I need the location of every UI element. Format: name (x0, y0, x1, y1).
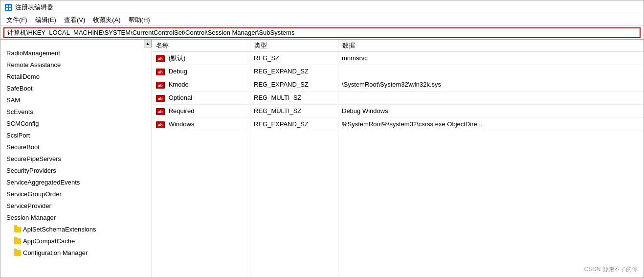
menu-edit[interactable]: 编辑(E) (31, 15, 60, 25)
tree-item-scsi-port[interactable]: ScsiPort (0, 130, 144, 141)
tree-item-app-compat-cache[interactable]: AppCompatCache (0, 235, 144, 247)
menu-file[interactable]: 文件(F) (2, 15, 31, 25)
svg-rect-4 (9, 8, 11, 10)
reg-type: REG_MULTI_SZ (250, 92, 338, 105)
reg-type: REG_EXPAND_SZ (250, 65, 338, 78)
tree-item-service-provider[interactable]: ServiceProvider (0, 200, 144, 212)
tree-item-configuration-manager[interactable]: Configuration Manager (0, 247, 144, 259)
reg-name: ab Required (152, 105, 250, 118)
reg-data (338, 92, 644, 105)
reg-name: ab Debug (152, 65, 250, 78)
address-input[interactable]: 计算机\HKEY_LOCAL_MACHINE\SYSTEM\CurrentCon… (3, 27, 641, 38)
reg-type: REG_MULTI_SZ (250, 105, 338, 118)
title-bar: 注册表编辑器 (0, 0, 644, 14)
regedit-window: 注册表编辑器 文件(F) 编辑(E) 查看(V) 收藏夹(A) 帮助(H) 计算… (0, 0, 644, 278)
table-row[interactable]: ab Required REG_MULTI_SZ Debug Windows (152, 105, 644, 118)
address-bar: 计算机\HKEY_LOCAL_MACHINE\SYSTEM\CurrentCon… (0, 26, 644, 40)
registry-table: 名称 类型 数据 ab (默认) REG_SZ mnmsrvc (152, 40, 644, 131)
table-row[interactable]: ab Kmode REG_EXPAND_SZ \SystemRoot\Syste… (152, 78, 644, 92)
col-header-name[interactable]: 名称 (152, 40, 250, 52)
reg-data (338, 65, 644, 78)
reg-type: REG_EXPAND_SZ (250, 118, 338, 131)
svg-rect-3 (6, 8, 8, 10)
tree-item-radio-management[interactable]: RadioManagement (0, 47, 144, 59)
left-panel: ▲ RadioManagement Remote Assistance Reta… (0, 40, 152, 278)
menu-help[interactable]: 帮助(H) (125, 15, 154, 25)
menu-bar: 文件(F) 编辑(E) 查看(V) 收藏夹(A) 帮助(H) (0, 14, 644, 26)
reg-ab-icon: ab (156, 95, 165, 102)
table-row[interactable]: ab Debug REG_EXPAND_SZ (152, 65, 644, 78)
svg-rect-1 (6, 5, 8, 7)
tree-list: RadioManagement Remote Assistance Retail… (0, 47, 152, 259)
tree-item-api-set-schema[interactable]: ApiSetSchemaExtensions (0, 224, 144, 235)
tree-item-label: Configuration Manager (23, 248, 88, 258)
table-row[interactable]: ab (默认) REG_SZ mnmsrvc (152, 52, 644, 65)
tree-item-session-manager[interactable]: Session Manager (0, 212, 144, 224)
col-divider-1 (250, 40, 250, 278)
reg-ab-icon: ab (156, 121, 165, 128)
reg-data: mnmsrvc (338, 52, 644, 65)
tree-item-secure-pipe-servers[interactable]: SecurePipeServers (0, 153, 144, 165)
watermark: CSDN @跑不了的你 (584, 265, 638, 274)
reg-type: REG_SZ (250, 52, 338, 65)
reg-name: ab (默认) (152, 52, 250, 65)
right-panel: 名称 类型 数据 ab (默认) REG_SZ mnmsrvc (152, 40, 644, 278)
reg-name: ab Optional (152, 92, 250, 105)
registry-scroll[interactable]: 名称 类型 数据 ab (默认) REG_SZ mnmsrvc (152, 40, 644, 278)
main-content: ▲ RadioManagement Remote Assistance Reta… (0, 40, 644, 278)
folder-icon (14, 250, 21, 256)
col-header-data[interactable]: 数据 (338, 40, 644, 52)
folder-icon (14, 227, 21, 232)
reg-name: ab Windows (152, 118, 250, 131)
reg-name: ab Kmode (152, 78, 250, 92)
svg-rect-2 (9, 5, 11, 7)
table-row[interactable]: ab Optional REG_MULTI_SZ (152, 92, 644, 105)
tree-item-label: AppCompatCache (23, 236, 75, 246)
tree-item-service-group-order[interactable]: ServiceGroupOrder (0, 188, 144, 200)
menu-view[interactable]: 查看(V) (60, 15, 89, 25)
tree-item-remote-assistance[interactable]: Remote Assistance (0, 59, 144, 71)
tree-item-retail-demo[interactable]: RetailDemo (0, 71, 144, 83)
tree-item-sc-events[interactable]: ScEvents (0, 106, 144, 118)
reg-type: REG_EXPAND_SZ (250, 78, 338, 92)
tree-item-security-providers[interactable]: SecurityProviders (0, 165, 144, 177)
address-path: 计算机\HKEY_LOCAL_MACHINE\SYSTEM\CurrentCon… (7, 28, 294, 37)
tree-item-secure-boot[interactable]: SecureBoot (0, 141, 144, 153)
reg-ab-icon: ab (156, 82, 165, 89)
reg-data: Debug Windows (338, 105, 644, 118)
table-row[interactable]: ab Windows REG_EXPAND_SZ %SystemRoot%\sy… (152, 118, 644, 131)
reg-data: %SystemRoot%\system32\csrss.exe ObjectDi… (338, 118, 644, 131)
menu-favorites[interactable]: 收藏夹(A) (89, 15, 124, 25)
app-icon (4, 3, 12, 11)
reg-ab-icon: ab (156, 108, 165, 115)
tree-item-sam[interactable]: SAM (0, 94, 144, 106)
reg-ab-icon: ab (156, 69, 165, 75)
col-header-type[interactable]: 类型 (250, 40, 338, 52)
reg-data: \SystemRoot\System32\win32k.sys (338, 78, 644, 92)
tree-item-label: ApiSetSchemaExtensions (23, 225, 96, 234)
reg-ab-icon: ab (156, 55, 165, 62)
folder-icon (14, 238, 21, 244)
tree-item-service-aggregated-events[interactable]: ServiceAggregatedEvents (0, 177, 144, 188)
window-title: 注册表编辑器 (15, 3, 53, 12)
scroll-up-button[interactable]: ▲ (144, 40, 152, 47)
col-divider-2 (338, 40, 338, 278)
tree-item-scm-config[interactable]: SCMConfig (0, 118, 144, 130)
tree-item-safe-boot[interactable]: SafeBoot (0, 83, 144, 94)
